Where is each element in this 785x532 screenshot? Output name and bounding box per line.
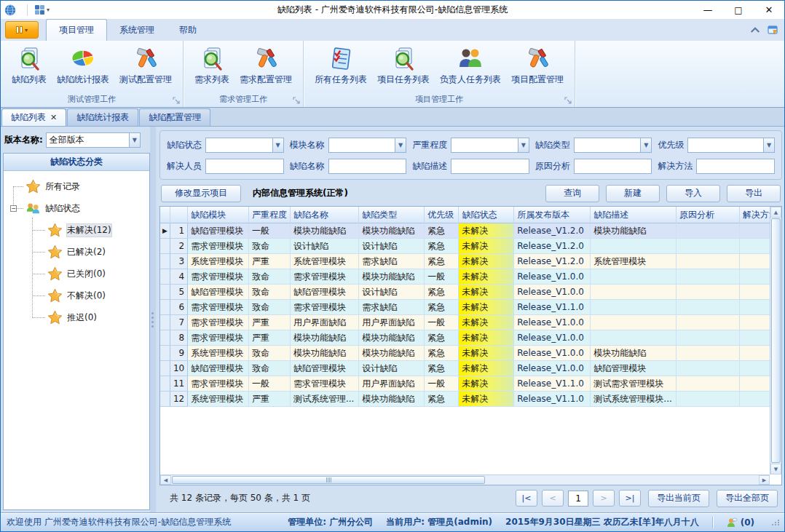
row-number[interactable]: 1	[170, 223, 188, 239]
tree-item-postponed[interactable]: 推迟(0)	[4, 306, 149, 328]
test-config-management-button[interactable]: 测试配置管理	[114, 44, 177, 87]
row-selector[interactable]	[160, 254, 170, 269]
cell-name[interactable]: 模块功能缺陷	[291, 223, 359, 239]
new-button[interactable]: 新建	[606, 185, 660, 202]
project-config-management-button[interactable]: 项目配置管理	[506, 44, 569, 87]
minimize-button[interactable]: —	[693, 1, 723, 19]
vertical-scroll-thumb[interactable]	[771, 218, 781, 463]
tree-item-defect-status[interactable]: −缺陷状态	[4, 197, 149, 219]
chevron-down-icon[interactable]: ▼	[518, 138, 529, 152]
doc-tab-defect-list[interactable]: 缺陷列表✕	[1, 108, 66, 126]
column-header-desc[interactable]: 缺陷描述	[591, 207, 676, 223]
scroll-right-icon[interactable]: ▶	[759, 475, 770, 485]
cell-status[interactable]: 未解决	[459, 239, 514, 254]
style-help-icon[interactable]	[767, 25, 778, 35]
tree-item-wont-fix[interactable]: 不解决(0)	[4, 285, 149, 306]
cell-status[interactable]: 未解决	[459, 392, 514, 407]
vertical-scrollbar[interactable]: ▲ ▼	[770, 207, 781, 475]
cell-type[interactable]: 设计缺陷	[359, 285, 425, 300]
cell-name[interactable]: 需求管理模块	[291, 269, 359, 285]
table-row[interactable]: 7需求管理模块严重用户界面缺陷用户界面缺陷一般未解决Release_V1.0.0	[160, 315, 781, 330]
table-row[interactable]: ▶1缺陷管理模块一般模块功能缺陷模块功能缺陷紧急未解决Release_V1.2.…	[160, 223, 781, 239]
doc-tab-defect-config-management[interactable]: 缺陷配置管理	[139, 108, 210, 126]
user-messages-icon[interactable]	[726, 517, 738, 528]
cell-analysis[interactable]	[676, 300, 740, 315]
defect-stats-report-button[interactable]: 缺陷统计报表	[52, 44, 114, 87]
cell-severity[interactable]: 一般	[249, 376, 291, 392]
import-button[interactable]: 导入	[666, 185, 720, 202]
doc-tab-defect-stats-report[interactable]: 缺陷统计报表	[67, 108, 138, 126]
cell-analysis[interactable]	[676, 346, 740, 361]
maximize-button[interactable]: □	[723, 1, 754, 19]
cell-priority[interactable]: 紧急	[425, 330, 459, 346]
cell-priority[interactable]: 紧急	[425, 223, 459, 239]
cell-type[interactable]: 模块功能缺陷	[359, 346, 425, 361]
cell-desc[interactable]: 模块功能缺陷	[591, 346, 676, 361]
filter-input-resolver[interactable]	[205, 159, 284, 174]
cell-version[interactable]: Release_V1.0.0	[514, 346, 591, 361]
cell-module[interactable]: 系统管理模块	[188, 392, 249, 407]
prev-page-button[interactable]: <	[542, 490, 564, 507]
scroll-down-icon[interactable]: ▼	[770, 464, 781, 475]
scroll-left-icon[interactable]: ◀	[160, 475, 171, 485]
cell-module[interactable]: 需求管理模块	[188, 239, 249, 254]
cell-desc[interactable]	[591, 330, 676, 346]
cell-type[interactable]: 用户界面缺陷	[359, 376, 425, 392]
table-row[interactable]: 8需求管理模块严重模块功能缺陷模块功能缺陷紧急未解决Release_V1.0.0	[160, 330, 781, 346]
cell-type[interactable]: 用户界面缺陷	[359, 315, 425, 330]
tree-item-unresolved[interactable]: 未解决(12)	[4, 219, 149, 241]
cell-status[interactable]: 未解决	[459, 269, 514, 285]
ribbon-tab-project-management[interactable]: 项目管理	[46, 19, 107, 41]
table-row[interactable]: 6需求管理模块致命需求管理模块需求缺陷紧急未解决Release_V1.1.0	[160, 300, 781, 315]
row-selector[interactable]	[160, 330, 170, 346]
collapse-ribbon-icon[interactable]	[749, 25, 761, 35]
export-all-pages-button[interactable]: 导出全部页	[717, 490, 778, 507]
last-page-button[interactable]: >|	[619, 490, 641, 507]
cell-analysis[interactable]	[676, 285, 740, 300]
cell-name[interactable]: 系统管理模块	[291, 254, 359, 269]
cell-status[interactable]: 未解决	[459, 346, 514, 361]
filter-select-severity[interactable]: ▼	[451, 138, 529, 153]
cell-module[interactable]: 需求管理模块	[188, 330, 249, 346]
cell-version[interactable]: Release_V1.2.0	[514, 254, 591, 269]
row-selector[interactable]	[160, 269, 170, 285]
dialog-launcher-icon[interactable]	[173, 97, 181, 105]
cell-analysis[interactable]	[676, 376, 740, 392]
filter-input-defect-name[interactable]	[328, 159, 407, 174]
row-number[interactable]: 4	[170, 269, 188, 285]
cell-type[interactable]: 需求缺陷	[359, 254, 425, 269]
cell-priority[interactable]: 紧急	[425, 392, 459, 407]
cell-severity[interactable]: 严重	[249, 330, 291, 346]
cell-desc[interactable]: 测试需求管理模块	[591, 376, 676, 392]
column-header-analysis[interactable]: 原因分析	[676, 207, 740, 223]
cell-status[interactable]: 未解决	[459, 285, 514, 300]
cell-desc[interactable]: 模块功能缺陷	[591, 223, 676, 239]
first-page-button[interactable]: |<	[516, 490, 537, 507]
cell-severity[interactable]: 致命	[249, 346, 291, 361]
tree-item-all-records[interactable]: 所有记录	[4, 175, 149, 197]
cell-version[interactable]: Release_V1.0.0	[514, 315, 591, 330]
row-selector[interactable]	[160, 346, 170, 361]
column-header-name[interactable]: 缺陷名称	[291, 207, 359, 223]
cell-status[interactable]: 未解决	[459, 330, 514, 346]
chevron-down-icon[interactable]: ▼	[395, 138, 406, 152]
cell-desc[interactable]: 测试系统管理模块...	[591, 392, 676, 407]
cell-module[interactable]: 需求管理模块	[188, 376, 249, 392]
filter-input-cause-analysis[interactable]	[574, 159, 652, 174]
cell-version[interactable]: Release_V1.1.0	[514, 376, 591, 392]
cell-version[interactable]: Release_V1.1.0	[514, 300, 591, 315]
cell-severity[interactable]: 致命	[249, 300, 291, 315]
cell-desc[interactable]	[591, 269, 676, 285]
horizontal-scrollbar[interactable]: ◀ ▶	[160, 475, 770, 485]
row-number[interactable]: 6	[170, 300, 188, 315]
export-current-page-button[interactable]: 导出当前页	[648, 490, 709, 507]
horizontal-scroll-track[interactable]	[486, 475, 759, 485]
cell-version[interactable]: Release_V1.0.0	[514, 285, 591, 300]
cell-priority[interactable]: 紧急	[425, 285, 459, 300]
column-header-module[interactable]: 缺陷模块	[188, 207, 249, 223]
cell-module[interactable]: 系统管理模块	[188, 254, 249, 269]
close-button[interactable]: ✕	[754, 1, 784, 19]
cell-name[interactable]: 测试系统管理...	[291, 392, 359, 407]
dialog-launcher-icon[interactable]	[564, 97, 572, 105]
cell-status[interactable]: 未解决	[459, 254, 514, 269]
